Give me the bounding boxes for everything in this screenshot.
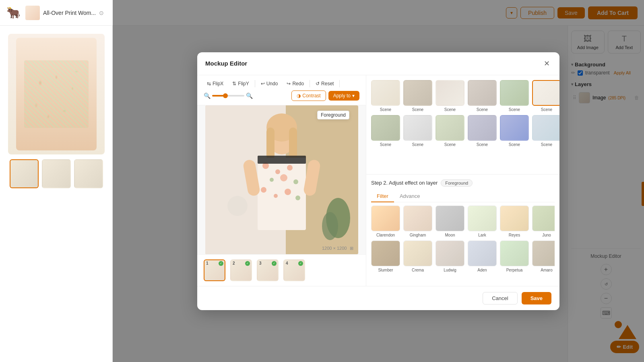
flipx-button[interactable]: ⇆ FlipX (204, 79, 227, 88)
apply-to-button[interactable]: Apply to ▾ (328, 91, 359, 101)
filter-tabs: Filter Advance (371, 191, 555, 202)
filter-thumb-amaro (532, 241, 555, 266)
filter-lark[interactable]: Lark (468, 206, 497, 237)
filters-grid-wrap: Clarendon Gingham (371, 206, 555, 286)
cancel-button[interactable]: Cancel (483, 292, 517, 304)
contrast-button[interactable]: ◑ Contrast (291, 90, 326, 101)
zoom-slider[interactable] (212, 95, 244, 97)
modal-image: 1200 × 1200 ⊞ (205, 105, 358, 254)
page-check-2: ✓ (245, 261, 250, 266)
filter-thumb-ludwig (436, 241, 464, 266)
page-thumb-4[interactable]: 4 ✓ (283, 259, 305, 281)
page-check-3: ✓ (272, 261, 277, 266)
svg-point-14 (261, 187, 266, 193)
zoom-in-icon: 🔍 (246, 93, 253, 99)
filter-thumb-crema (403, 241, 432, 266)
filter-clarendon[interactable]: Clarendon (371, 206, 400, 237)
modal-left: ⇆ FlipX ⇅ FlipY ↩ Undo (197, 75, 366, 286)
scene-item-6[interactable]: Scene (532, 80, 559, 112)
filter-tab[interactable]: Filter (371, 191, 394, 202)
separator-1 (255, 80, 255, 87)
reset-icon: ↺ (316, 81, 320, 86)
step2-title: Step 2. Adjust effect on layer (371, 180, 438, 186)
save-modal-button[interactable]: Save (522, 292, 551, 304)
modal-close-button[interactable]: ✕ (542, 59, 551, 68)
svg-rect-6 (289, 128, 297, 160)
floral-overlay (16, 38, 97, 150)
filter-gingham[interactable]: Gingham (403, 206, 432, 237)
modal-footer: Cancel Save (197, 286, 559, 310)
scene-item-5[interactable]: Scene (500, 80, 529, 112)
filter-moon[interactable]: Moon (436, 206, 464, 237)
logo-icon: 🐂 (6, 6, 21, 19)
filter-slumber[interactable]: Slumber (371, 241, 400, 272)
scene-item-4[interactable]: Scene (468, 80, 497, 112)
svg-point-22 (322, 212, 338, 240)
scene-thumb-6 (532, 80, 559, 106)
flipx-icon: ⇆ (207, 81, 211, 86)
reset-button[interactable]: ↺ Reset (312, 79, 337, 88)
scene-item-2[interactable]: Scene (403, 80, 432, 112)
page-thumb-1[interactable]: 1 ✓ (204, 259, 225, 281)
modal-image-wrap: 1200 × 1200 ⊞ (197, 105, 366, 254)
product-menu-icon[interactable]: ⊙ (99, 10, 104, 16)
scene-thumb-1 (371, 80, 400, 106)
scene-item-7[interactable]: Scene (371, 115, 400, 147)
scene-item-10[interactable]: Scene (468, 115, 497, 147)
step2-foreground-badge: Foreground (441, 179, 473, 187)
step2-section: Step 2. Adjust effect on layer Foregroun… (366, 174, 559, 286)
svg-point-12 (280, 174, 287, 181)
filter-thumb-aden (468, 241, 497, 266)
svg-point-13 (293, 179, 298, 184)
filter-juno[interactable]: Juno (532, 206, 555, 237)
scene-item-11[interactable]: Scene (500, 115, 529, 147)
main-layout: Mockup Editor ✕ ⇆ FlipX (0, 26, 644, 362)
flipy-icon: ⇅ (232, 81, 236, 86)
model-svg (205, 105, 358, 254)
image-dimensions: 1200 × 1200 ⊞ (322, 246, 353, 251)
filter-perpetua[interactable]: Perpetua (500, 241, 529, 272)
thumbnail-3[interactable] (74, 159, 103, 188)
filter-crema[interactable]: Crema (403, 241, 432, 272)
page-thumb-3[interactable]: 3 ✓ (257, 259, 279, 281)
filter-ludwig[interactable]: Ludwig (436, 241, 464, 272)
thumbnail-row (10, 159, 103, 188)
filter-thumb-lark (468, 206, 497, 231)
left-panel (0, 26, 113, 362)
zoom-out-icon: 🔍 (204, 93, 211, 99)
page-thumb-2[interactable]: 2 ✓ (230, 259, 252, 281)
separator-3 (339, 80, 340, 87)
step2-header: Step 2. Adjust effect on layer Foregroun… (371, 179, 555, 187)
model-figure (205, 105, 358, 254)
scene-item-3[interactable]: Scene (436, 80, 464, 112)
scene-item-9[interactable]: Scene (436, 115, 464, 147)
svg-point-23 (227, 196, 248, 216)
modal-header: Mockup Editor ✕ (197, 52, 559, 75)
advance-tab[interactable]: Advance (394, 191, 426, 202)
modal-body: ⇆ FlipX ⇅ FlipY ↩ Undo (197, 75, 559, 286)
scene-item-1[interactable]: Scene (371, 80, 400, 112)
filter-aden[interactable]: Aden (468, 241, 497, 272)
scene-item-12[interactable]: Scene (532, 115, 559, 147)
contrast-icon: ◑ (297, 93, 301, 99)
redo-button[interactable]: ↪ Redo (283, 79, 307, 88)
separator-2 (310, 80, 310, 87)
scene-item-8[interactable]: Scene (403, 115, 432, 147)
scene-thumb-11 (500, 115, 529, 141)
flipy-button[interactable]: ⇅ FlipY (229, 79, 252, 88)
thumbnail-1[interactable] (10, 159, 39, 188)
scene-thumb-3 (436, 80, 464, 106)
svg-point-17 (295, 195, 300, 200)
filter-reyes[interactable]: Reyes (500, 206, 529, 237)
modal-pages: 1 ✓ 2 ✓ 3 ✓ 4 (197, 254, 366, 286)
filter-thumb-perpetua (500, 241, 529, 266)
filter-thumb-clarendon (371, 206, 400, 231)
svg-point-11 (270, 178, 274, 182)
undo-button[interactable]: ↩ Undo (258, 79, 281, 88)
filter-thumb-reyes (500, 206, 529, 231)
filter-amaro[interactable]: Amaro (532, 241, 555, 272)
svg-point-16 (285, 189, 291, 195)
product-figure (16, 38, 97, 150)
thumbnail-2[interactable] (42, 159, 71, 188)
product-info: All-Over Print Wom... ⊙ (25, 6, 104, 20)
